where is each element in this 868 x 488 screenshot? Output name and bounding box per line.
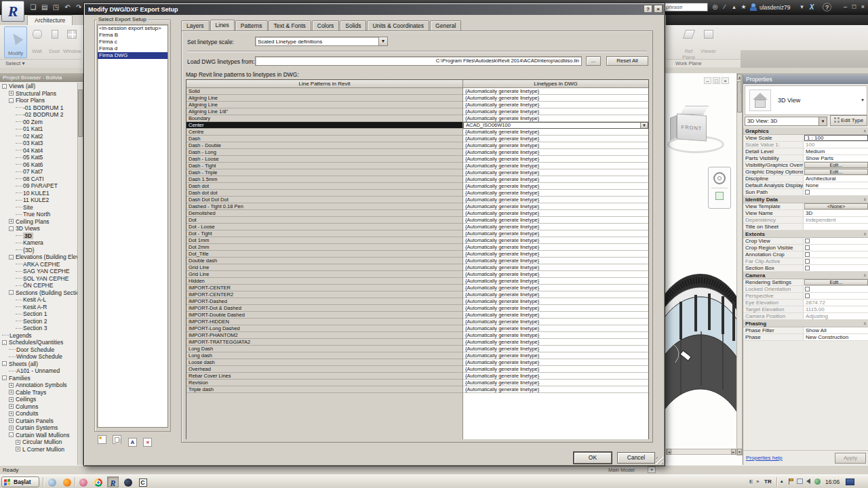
- view-vertical-scrollbar[interactable]: ▴ ▾: [736, 73, 743, 455]
- linetype-cell[interactable]: ACAD_ISO06W100▼: [463, 122, 648, 129]
- property-row[interactable]: View Template<None>: [743, 203, 868, 210]
- tree-item[interactable]: -Schedules/Quantities: [0, 339, 77, 346]
- exchange-apps-icon[interactable]: X: [807, 3, 816, 12]
- tree-expander-icon[interactable]: +: [9, 383, 14, 388]
- line-pattern-cell[interactable]: Long Dash: [186, 346, 463, 352]
- tab-text-fonts[interactable]: Text & Fonts: [269, 20, 311, 30]
- tree-item[interactable]: -Elevations (Building Elevat: [0, 253, 77, 261]
- tree-expander-icon[interactable]: +: [9, 219, 14, 224]
- linetype-cell[interactable]: {Automatically generate linetype}: [463, 183, 648, 190]
- tree-item[interactable]: Window Schedule: [0, 353, 77, 361]
- favorites-star-icon[interactable]: ★: [739, 3, 748, 12]
- property-row[interactable]: DependencyIndependent: [743, 217, 868, 224]
- line-pattern-cell[interactable]: Demolished: [186, 210, 463, 217]
- redo-icon[interactable]: ↷: [74, 3, 83, 12]
- edit-button[interactable]: Edit...: [804, 279, 868, 285]
- table-row[interactable]: Dash - Loose{Automatically generate line…: [186, 156, 648, 163]
- tree-item[interactable]: +Structural Plans: [0, 90, 77, 98]
- linetype-cell[interactable]: {Automatically generate linetype}: [463, 163, 648, 169]
- view-minimize-icon[interactable]: –: [704, 77, 711, 84]
- network-icon[interactable]: [814, 479, 821, 485]
- table-row[interactable]: IMPORT-TRATTEGGIATA2{Automatically gener…: [186, 339, 648, 346]
- line-pattern-cell[interactable]: Boundary: [186, 115, 463, 122]
- speaker-icon[interactable]: [806, 479, 810, 484]
- linetype-cell[interactable]: {Automatically generate linetype}: [463, 197, 648, 203]
- tree-item[interactable]: Kamera: [0, 239, 77, 247]
- dropdown-arrow-icon[interactable]: ▼: [640, 123, 648, 128]
- save-icon[interactable]: ▤: [40, 3, 50, 12]
- table-row[interactable]: Dot 2mm{Automatically generate linetype}: [186, 244, 648, 251]
- export-setup-item[interactable]: Firma DWG: [98, 52, 167, 59]
- collapse-icon[interactable]: «: [861, 232, 867, 235]
- property-row[interactable]: Graphic Display OptionsEdit...: [743, 169, 868, 176]
- reset-all-button[interactable]: Reset All: [606, 56, 648, 66]
- tree-item[interactable]: +Ceilings: [0, 396, 77, 403]
- table-row[interactable]: Dash dot dot{Automatically generate line…: [186, 190, 648, 197]
- tree-item[interactable]: 10 KULE1: [0, 190, 77, 197]
- skype-icon[interactable]: [77, 476, 89, 487]
- tree-item[interactable]: True North: [0, 211, 77, 218]
- property-value[interactable]: Edit...: [803, 169, 868, 175]
- line-pattern-cell[interactable]: IMPORT-Dot & Dashed: [186, 305, 463, 312]
- close-button[interactable]: ×: [859, 3, 867, 12]
- tree-item[interactable]: -Sections (Building Section): [0, 289, 77, 297]
- tree-item[interactable]: Site: [0, 204, 77, 211]
- property-row[interactable]: Perspective: [743, 293, 868, 300]
- linetype-cell[interactable]: {Automatically generate linetype}: [463, 258, 648, 264]
- linetype-cell[interactable]: {Automatically generate linetype}: [463, 210, 648, 217]
- table-row[interactable]: IMPORT-Dot & Dashed{Automatically genera…: [186, 305, 648, 312]
- scroll-thumb[interactable]: [78, 89, 83, 137]
- tree-expander-icon[interactable]: -: [9, 255, 14, 260]
- table-row[interactable]: Rebar Cover Lines{Automatically generate…: [186, 373, 648, 380]
- line-pattern-cell[interactable]: Rebar Cover Lines: [186, 373, 463, 380]
- tree-item[interactable]: -Curtain Wall Mullions: [0, 432, 77, 439]
- section-header[interactable]: Identity Data«: [743, 196, 868, 203]
- tab-layers[interactable]: Layers: [181, 20, 210, 30]
- tree-item[interactable]: +Curtain Panels: [0, 418, 77, 425]
- navigation-bar[interactable]: [708, 167, 731, 209]
- linetype-cell[interactable]: {Automatically generate linetype}: [463, 359, 648, 366]
- property-value[interactable]: Show Parts: [803, 155, 868, 161]
- duplicate-setup-icon[interactable]: [113, 435, 121, 444]
- table-row[interactable]: Boundary{Automatically generate linetype…: [186, 115, 648, 122]
- line-pattern-cell[interactable]: Dot - Tight: [186, 230, 463, 237]
- scroll-down-icon[interactable]: ▾: [737, 449, 742, 455]
- line-pattern-cell[interactable]: Center: [186, 122, 463, 129]
- window-tray-icon[interactable]: [797, 479, 803, 484]
- tree-item[interactable]: Section 1: [0, 310, 77, 318]
- export-setup-item[interactable]: Firma c: [98, 39, 167, 45]
- tab-units-coordinates[interactable]: Units & Coordinates: [367, 20, 429, 30]
- property-row[interactable]: Parts VisibilityShow Parts: [743, 155, 868, 162]
- property-value[interactable]: 1115.00: [803, 306, 868, 312]
- line-pattern-cell[interactable]: Overhead: [186, 366, 463, 373]
- linetype-cell[interactable]: {Automatically generate linetype}: [463, 319, 648, 325]
- tree-expander-icon[interactable]: +: [9, 426, 14, 430]
- property-value[interactable]: [803, 224, 868, 230]
- property-value[interactable]: 3D: [803, 210, 868, 216]
- viewcube-front-face[interactable]: FRONT: [677, 113, 707, 141]
- project-browser-title[interactable]: Project Browser - Bolivia: [0, 73, 83, 82]
- table-row[interactable]: Demolished{Automatically generate linety…: [186, 210, 648, 217]
- linetype-cell[interactable]: {Automatically generate linetype}: [463, 237, 648, 244]
- tab-lines[interactable]: Lines: [210, 20, 235, 30]
- property-row[interactable]: Scale Value 1:100: [743, 142, 868, 148]
- tree-item[interactable]: 3D: [0, 232, 77, 240]
- line-pattern-cell[interactable]: Revision: [186, 380, 463, 386]
- table-row[interactable]: Dash - Triple{Automatically generate lin…: [186, 169, 648, 176]
- media-app-icon[interactable]: [122, 476, 134, 487]
- tab-solids[interactable]: Solids: [340, 20, 366, 30]
- door-tool[interactable]: Door: [46, 26, 63, 58]
- tree-item[interactable]: +Circular Mullion: [0, 439, 77, 446]
- linetype-cell[interactable]: {Automatically generate linetype}: [463, 291, 648, 298]
- table-row[interactable]: Overhead{Automatically generate linetype…: [186, 366, 648, 373]
- tree-item[interactable]: 04 Kat4: [0, 147, 77, 155]
- select-panel-label[interactable]: Select ▾: [0, 59, 81, 67]
- property-row[interactable]: Rendering SettingsEdit...: [743, 279, 868, 286]
- properties-title[interactable]: Properties: [743, 75, 868, 84]
- tree-item[interactable]: +L Corner Mullion: [0, 446, 77, 453]
- checkbox[interactable]: [805, 252, 810, 257]
- line-pattern-cell[interactable]: Dash dot dot: [186, 190, 463, 197]
- checkbox[interactable]: [805, 259, 810, 264]
- linetype-cell[interactable]: {Automatically generate linetype}: [463, 95, 648, 102]
- property-row[interactable]: Crop Region Visible: [743, 245, 868, 251]
